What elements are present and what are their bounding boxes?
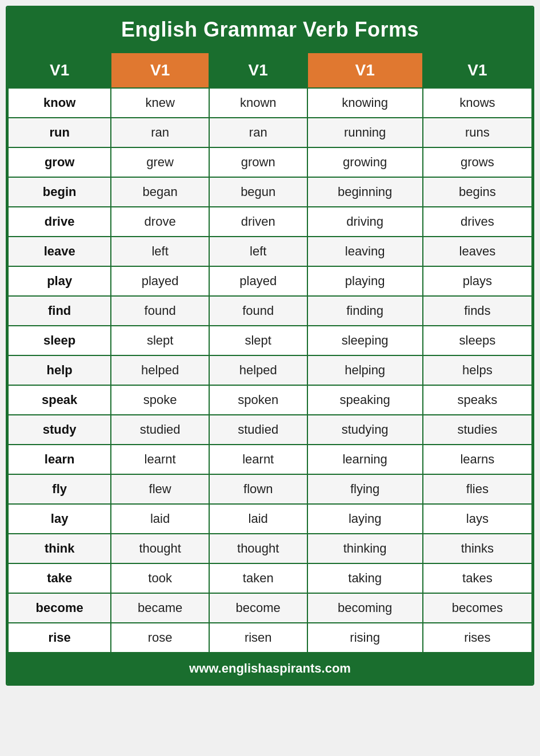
header-col1: V1 (8, 53, 111, 88)
cell-r11-c2: studied (209, 415, 307, 445)
table-row: thinkthoughtthoughtthinkingthinks (8, 534, 532, 563)
cell-r2-c1: grew (111, 147, 209, 177)
cell-r17-c2: become (209, 593, 307, 623)
cell-r15-c0: think (8, 534, 111, 563)
cell-r7-c0: find (8, 296, 111, 326)
cell-r4-c0: drive (8, 207, 111, 237)
header-col4: V1 (307, 53, 423, 88)
cell-r10-c2: spoken (209, 385, 307, 415)
cell-r14-c0: lay (8, 504, 111, 534)
cell-r10-c4: speaks (423, 385, 532, 415)
cell-r2-c0: grow (8, 147, 111, 177)
table-row: studystudiedstudiedstudyingstudies (8, 415, 532, 445)
cell-r3-c2: begun (209, 177, 307, 207)
cell-r14-c2: laid (209, 504, 307, 534)
cell-r6-c2: played (209, 266, 307, 296)
table-header-row: V1 V1 V1 V1 V1 (8, 53, 532, 88)
cell-r0-c2: known (209, 88, 307, 118)
cell-r18-c4: rises (423, 623, 532, 653)
cell-r7-c4: finds (423, 296, 532, 326)
cell-r7-c1: found (111, 296, 209, 326)
cell-r9-c4: helps (423, 355, 532, 385)
cell-r13-c0: fly (8, 474, 111, 504)
cell-r8-c0: sleep (8, 326, 111, 355)
cell-r12-c4: learns (423, 445, 532, 474)
verb-table: V1 V1 V1 V1 V1 knowknewknownknowingknows… (7, 52, 533, 653)
cell-r3-c3: beginning (307, 177, 423, 207)
cell-r3-c4: begins (423, 177, 532, 207)
cell-r6-c0: play (8, 266, 111, 296)
cell-r1-c0: run (8, 118, 111, 147)
cell-r11-c1: studied (111, 415, 209, 445)
cell-r4-c3: driving (307, 207, 423, 237)
cell-r18-c3: rising (307, 623, 423, 653)
cell-r12-c1: learnt (111, 445, 209, 474)
cell-r3-c0: begin (8, 177, 111, 207)
cell-r1-c2: ran (209, 118, 307, 147)
cell-r6-c4: plays (423, 266, 532, 296)
cell-r15-c4: thinks (423, 534, 532, 563)
table-row: sleepsleptsleptsleepingsleeps (8, 326, 532, 355)
footer-url: www.englishaspirants.com (7, 653, 533, 684)
cell-r1-c4: runs (423, 118, 532, 147)
cell-r17-c1: became (111, 593, 209, 623)
cell-r2-c3: growing (307, 147, 423, 177)
cell-r5-c2: left (209, 237, 307, 266)
cell-r1-c1: ran (111, 118, 209, 147)
table-row: beginbeganbegunbeginningbegins (8, 177, 532, 207)
cell-r0-c4: knows (423, 88, 532, 118)
cell-r0-c1: knew (111, 88, 209, 118)
table-row: learnlearntlearntlearninglearns (8, 445, 532, 474)
table-row: laylaidlaidlayinglays (8, 504, 532, 534)
cell-r8-c2: slept (209, 326, 307, 355)
cell-r1-c3: running (307, 118, 423, 147)
cell-r2-c4: grows (423, 147, 532, 177)
cell-r15-c3: thinking (307, 534, 423, 563)
cell-r10-c0: speak (8, 385, 111, 415)
cell-r14-c1: laid (111, 504, 209, 534)
cell-r17-c0: become (8, 593, 111, 623)
table-row: growgrewgrowngrowinggrows (8, 147, 532, 177)
cell-r9-c3: helping (307, 355, 423, 385)
cell-r15-c2: thought (209, 534, 307, 563)
cell-r9-c0: help (8, 355, 111, 385)
table-row: playplayedplayedplayingplays (8, 266, 532, 296)
header-col2: V1 (111, 53, 209, 88)
cell-r16-c0: take (8, 563, 111, 593)
header-col3: V1 (209, 53, 307, 88)
cell-r7-c3: finding (307, 296, 423, 326)
cell-r10-c3: speaking (307, 385, 423, 415)
cell-r16-c3: taking (307, 563, 423, 593)
cell-r17-c3: becoming (307, 593, 423, 623)
cell-r13-c4: flies (423, 474, 532, 504)
table-row: riseroserisenrisingrises (8, 623, 532, 653)
cell-r18-c2: risen (209, 623, 307, 653)
table-body: knowknewknownknowingknowsrunranranrunnin… (8, 88, 532, 653)
cell-r14-c3: laying (307, 504, 423, 534)
cell-r13-c1: flew (111, 474, 209, 504)
cell-r11-c0: study (8, 415, 111, 445)
table-row: findfoundfoundfindingfinds (8, 296, 532, 326)
table-row: speakspokespokenspeakingspeaks (8, 385, 532, 415)
card: English Grammar Verb Forms V1 V1 V1 V1 V… (6, 6, 534, 686)
cell-r8-c1: slept (111, 326, 209, 355)
cell-r2-c2: grown (209, 147, 307, 177)
table-row: helphelpedhelpedhelpinghelps (8, 355, 532, 385)
cell-r4-c4: drives (423, 207, 532, 237)
cell-r11-c3: studying (307, 415, 423, 445)
cell-r13-c3: flying (307, 474, 423, 504)
cell-r8-c4: sleeps (423, 326, 532, 355)
cell-r9-c1: helped (111, 355, 209, 385)
cell-r16-c4: takes (423, 563, 532, 593)
cell-r10-c1: spoke (111, 385, 209, 415)
table-row: leaveleftleftleavingleaves (8, 237, 532, 266)
cell-r14-c4: lays (423, 504, 532, 534)
cell-r0-c3: knowing (307, 88, 423, 118)
table-row: knowknewknownknowingknows (8, 88, 532, 118)
cell-r6-c3: playing (307, 266, 423, 296)
cell-r16-c2: taken (209, 563, 307, 593)
table-row: becomebecamebecomebecomingbecomes (8, 593, 532, 623)
table-row: taketooktakentakingtakes (8, 563, 532, 593)
cell-r13-c2: flown (209, 474, 307, 504)
table-row: runranranrunningruns (8, 118, 532, 147)
